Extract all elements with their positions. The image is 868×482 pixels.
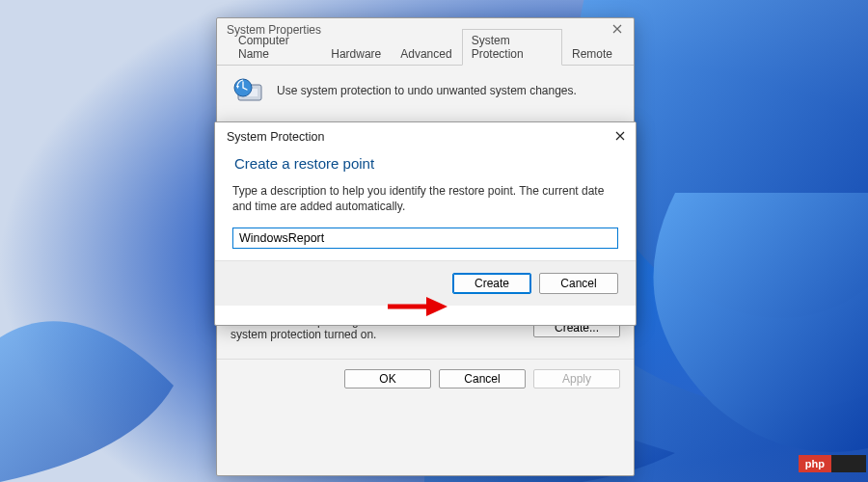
info-row: Use system protection to undo unwanted s… bbox=[217, 66, 634, 116]
tab-system-protection[interactable]: System Protection bbox=[462, 29, 562, 66]
dialog-description: Type a description to help you identify … bbox=[232, 183, 618, 214]
info-text: Use system protection to undo unwanted s… bbox=[277, 84, 577, 97]
create-button[interactable]: Create bbox=[452, 273, 531, 294]
close-icon[interactable] bbox=[609, 126, 632, 146]
cancel-button[interactable]: Cancel bbox=[539, 273, 618, 294]
tab-advanced[interactable]: Advanced bbox=[391, 42, 461, 66]
badge-text: php bbox=[799, 455, 831, 472]
tab-remote[interactable]: Remote bbox=[562, 42, 622, 66]
dialog-title: System Protection bbox=[227, 130, 324, 144]
watermark-badge: php bbox=[799, 455, 866, 472]
titlebar: System Protection bbox=[215, 122, 636, 151]
tab-hardware[interactable]: Hardware bbox=[321, 42, 391, 66]
svg-marker-6 bbox=[426, 297, 448, 316]
ok-button[interactable]: OK bbox=[344, 369, 431, 388]
system-restore-icon bbox=[232, 73, 267, 108]
tab-bar: Computer Name Hardware Advanced System P… bbox=[217, 40, 634, 66]
dialog-heading: Create a restore point bbox=[232, 153, 618, 183]
tab-computer-name[interactable]: Computer Name bbox=[229, 29, 321, 66]
close-icon[interactable] bbox=[609, 20, 626, 38]
restore-point-name-input[interactable] bbox=[232, 228, 618, 249]
annotation-arrow-icon bbox=[384, 293, 449, 324]
apply-button: Apply bbox=[533, 369, 620, 388]
dialog-footer: OK Cancel Apply bbox=[217, 359, 634, 398]
badge-logo bbox=[831, 455, 866, 472]
cancel-button[interactable]: Cancel bbox=[439, 369, 526, 388]
